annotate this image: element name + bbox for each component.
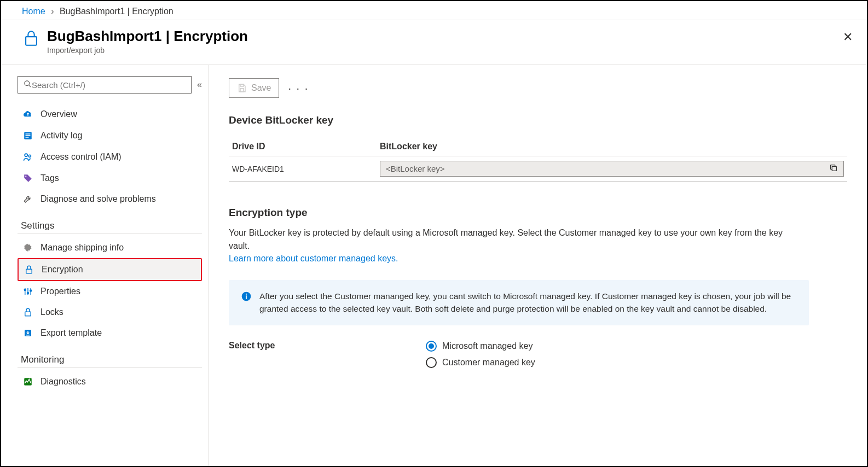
sidebar-item-label: Properties: [40, 287, 80, 296]
encryption-type-radio-group: Microsoft managed key Customer managed k…: [426, 341, 535, 368]
sidebar-item-manage-shipping[interactable]: Manage shipping info: [18, 237, 202, 258]
sidebar-item-label: Diagnose and solve problems: [40, 194, 156, 204]
search-input-wrapper[interactable]: [18, 76, 192, 94]
collapse-sidebar-icon[interactable]: «: [197, 80, 202, 90]
chevron-right-icon: ›: [51, 7, 54, 16]
sliders-icon: [22, 287, 34, 296]
sidebar-item-label: Export template: [40, 328, 102, 338]
diagnostics-icon: [22, 377, 34, 387]
gear-icon: [22, 243, 34, 253]
svg-line-2: [28, 85, 31, 87]
svg-rect-23: [240, 89, 244, 92]
info-icon: [241, 291, 252, 316]
radio-icon: [426, 357, 437, 368]
col-header-bitlocker-key: BitLocker key: [380, 142, 844, 151]
svg-rect-18: [25, 312, 31, 316]
wrench-icon: [22, 194, 34, 204]
breadcrumb: Home › BugBashImport1 | Encryption: [1, 1, 867, 20]
bitlocker-table: Drive ID BitLocker key WD-AFAKEID1 <BitL…: [229, 137, 847, 182]
sidebar-item-encryption[interactable]: Encryption: [18, 258, 202, 281]
svg-point-27: [246, 294, 247, 295]
svg-point-7: [25, 154, 27, 156]
svg-rect-24: [832, 166, 836, 171]
sidebar-item-activity-log[interactable]: Activity log: [18, 125, 202, 146]
more-button[interactable]: · · ·: [285, 79, 312, 98]
encryption-type-title: Encryption type: [229, 207, 847, 219]
svg-rect-0: [26, 37, 37, 45]
page-title: BugBashImport1 | Encryption: [47, 28, 856, 45]
save-button[interactable]: Save: [229, 78, 279, 98]
sidebar-item-label: Locks: [40, 307, 63, 317]
svg-rect-6: [26, 137, 29, 138]
svg-point-1: [25, 81, 30, 86]
radio-icon: [426, 341, 437, 352]
lock-icon: [22, 307, 34, 317]
tag-icon: [22, 173, 34, 183]
sidebar-item-diagnostics[interactable]: Diagnostics: [18, 371, 202, 392]
col-header-drive-id: Drive ID: [232, 142, 380, 151]
svg-rect-11: [26, 269, 32, 273]
close-icon[interactable]: ✕: [838, 28, 857, 46]
save-icon: [237, 83, 247, 93]
sidebar-item-label: Diagnostics: [40, 377, 86, 387]
people-icon: [22, 151, 34, 162]
svg-point-8: [28, 155, 31, 157]
search-icon: [24, 80, 32, 90]
radio-microsoft-managed[interactable]: Microsoft managed key: [426, 341, 535, 352]
page-header: BugBashImport1 | Encryption Import/expor…: [1, 20, 867, 65]
svg-point-9: [25, 176, 26, 177]
page-subtitle: Import/export job: [47, 46, 856, 55]
sidebar-item-label: Encryption: [42, 265, 83, 275]
sidebar-item-tags[interactable]: Tags: [18, 168, 202, 189]
log-icon: [22, 131, 34, 141]
main-content: Save · · · Device BitLocker key Drive ID…: [209, 65, 867, 466]
svg-rect-26: [246, 295, 247, 299]
sidebar-item-label: Access control (IAM): [40, 152, 121, 162]
sidebar: « Overview Activity log Access control (…: [1, 65, 209, 466]
lock-icon: [22, 29, 40, 49]
info-text: After you select the Customer mananged k…: [259, 290, 797, 316]
sidebar-item-label: Manage shipping info: [40, 243, 124, 253]
copy-icon[interactable]: [829, 164, 838, 174]
select-type-label: Select type: [229, 341, 426, 368]
export-icon: [22, 328, 34, 338]
radio-label: Microsoft managed key: [442, 341, 533, 351]
bitlocker-key-value: <BitLocker key>: [386, 164, 829, 173]
breadcrumb-current: BugBashImport1 | Encryption: [60, 7, 173, 16]
sidebar-item-label: Overview: [40, 109, 77, 119]
radio-customer-managed[interactable]: Customer managed key: [426, 357, 535, 368]
sidebar-item-overview[interactable]: Overview: [18, 103, 202, 125]
lock-icon: [23, 265, 35, 275]
sidebar-section-settings: Settings: [18, 220, 202, 234]
sidebar-item-export-template[interactable]: Export template: [18, 323, 202, 343]
svg-point-15: [24, 289, 26, 291]
encryption-type-desc: Your BitLocker key is protected by defau…: [229, 226, 798, 253]
svg-point-17: [30, 290, 32, 291]
toolbar: Save · · ·: [229, 78, 847, 98]
sidebar-item-access-control[interactable]: Access control (IAM): [18, 146, 202, 168]
search-input[interactable]: [32, 80, 186, 90]
cloud-up-icon: [22, 109, 34, 120]
svg-point-16: [27, 293, 29, 294]
radio-label: Customer managed key: [442, 358, 535, 367]
info-box: After you select the Customer mananged k…: [229, 280, 809, 325]
sidebar-item-diagnose[interactable]: Diagnose and solve problems: [18, 189, 202, 209]
sidebar-section-monitoring: Monitoring: [18, 354, 202, 368]
bitlocker-section-title: Device BitLocker key: [229, 114, 847, 126]
svg-rect-5: [26, 135, 31, 136]
svg-rect-4: [26, 133, 31, 135]
save-button-label: Save: [251, 83, 271, 93]
sidebar-item-label: Activity log: [40, 131, 82, 141]
sidebar-item-properties[interactable]: Properties: [18, 281, 202, 302]
sidebar-item-locks[interactable]: Locks: [18, 302, 202, 323]
learn-more-link[interactable]: Learn more about customer managed keys.: [229, 254, 398, 264]
bitlocker-key-input[interactable]: <BitLocker key>: [380, 161, 844, 177]
table-row: WD-AFAKEID1 <BitLocker key>: [229, 156, 847, 182]
breadcrumb-home[interactable]: Home: [22, 7, 45, 16]
svg-rect-22: [240, 84, 244, 86]
sidebar-item-label: Tags: [40, 173, 59, 183]
drive-id-value: WD-AFAKEID1: [232, 165, 380, 173]
